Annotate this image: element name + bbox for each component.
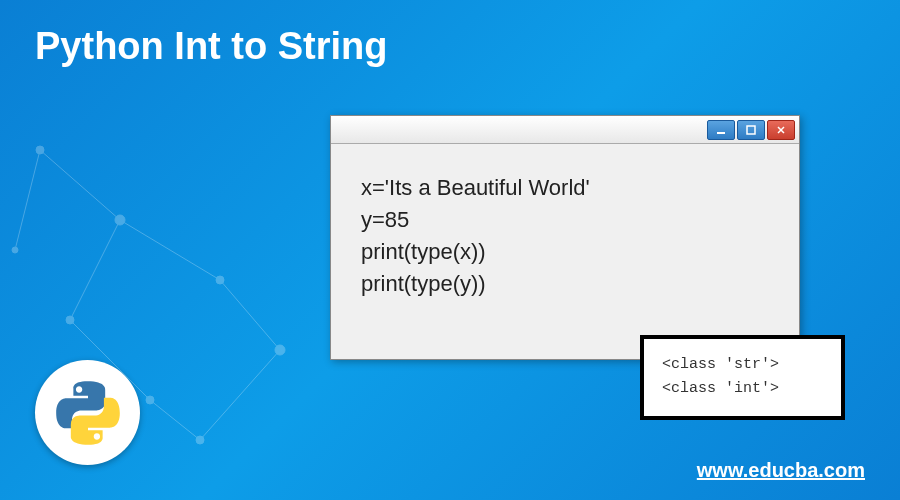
close-icon <box>776 125 786 135</box>
svg-point-10 <box>66 316 74 324</box>
page-title: Python Int to String <box>35 25 388 68</box>
svg-point-15 <box>12 247 18 253</box>
svg-point-8 <box>36 146 44 154</box>
close-button[interactable] <box>767 120 795 140</box>
maximize-button[interactable] <box>737 120 765 140</box>
svg-line-4 <box>220 280 280 350</box>
svg-point-11 <box>216 276 224 284</box>
code-window: x='Its a Beautiful World' y=85 print(typ… <box>330 115 800 360</box>
svg-line-1 <box>70 220 120 320</box>
svg-point-9 <box>115 215 125 225</box>
code-line: print(type(y)) <box>361 268 769 300</box>
svg-rect-16 <box>717 132 725 134</box>
code-content: x='Its a Beautiful World' y=85 print(typ… <box>331 144 799 328</box>
python-logo-icon <box>53 378 123 448</box>
output-box: <class 'str'> <class 'int'> <box>640 335 845 420</box>
svg-rect-17 <box>747 126 755 134</box>
minimize-icon <box>716 125 726 135</box>
svg-line-2 <box>120 220 220 280</box>
output-line: <class 'int'> <box>662 377 823 401</box>
svg-line-7 <box>15 150 40 250</box>
window-titlebar <box>331 116 799 144</box>
svg-line-5 <box>200 350 280 440</box>
svg-point-12 <box>275 345 285 355</box>
svg-line-6 <box>150 400 200 440</box>
website-url: www.educba.com <box>697 459 865 482</box>
svg-point-14 <box>196 436 204 444</box>
output-line: <class 'str'> <box>662 353 823 377</box>
python-logo <box>35 360 140 465</box>
code-line: print(type(x)) <box>361 236 769 268</box>
code-line: y=85 <box>361 204 769 236</box>
code-line: x='Its a Beautiful World' <box>361 172 769 204</box>
svg-line-0 <box>40 150 120 220</box>
maximize-icon <box>746 125 756 135</box>
minimize-button[interactable] <box>707 120 735 140</box>
svg-point-13 <box>146 396 154 404</box>
